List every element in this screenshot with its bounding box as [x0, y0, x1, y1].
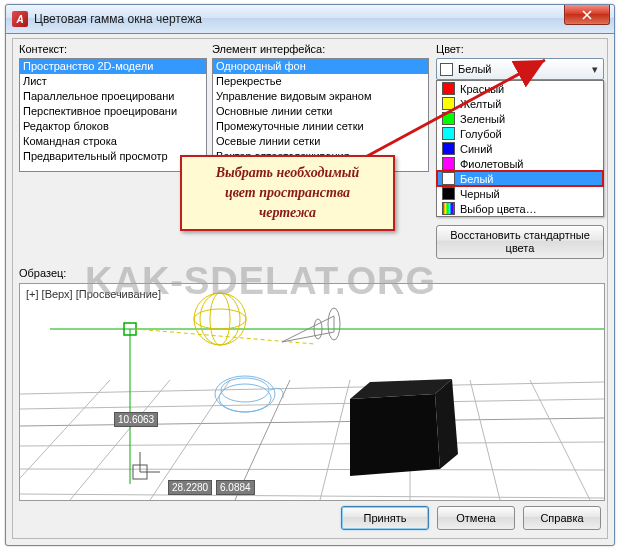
svg-line-3	[20, 442, 604, 446]
element-label: Элемент интерфейса:	[212, 43, 325, 55]
preview-area: [+] [Верх] [Просвечивание] 10.6063 28.22…	[19, 283, 605, 501]
app-icon: A	[12, 11, 28, 27]
color-option[interactable]: Выбор цвета…	[437, 201, 603, 216]
color-option[interactable]: Красный	[437, 81, 603, 96]
svg-point-21	[200, 293, 240, 345]
svg-line-13	[530, 380, 590, 500]
ok-button[interactable]: Принять	[341, 506, 429, 530]
color-option-label: Черный	[460, 188, 500, 200]
element-item[interactable]: Осевые линии сетки	[213, 134, 428, 149]
measurement-3: 6.0884	[216, 480, 255, 495]
color-swatch-icon	[442, 82, 455, 95]
color-option-label: Синий	[460, 143, 492, 155]
color-combobox[interactable]: Белый ▾	[436, 58, 604, 80]
color-swatch-icon	[442, 187, 455, 200]
color-option-label: Фиолетовый	[460, 158, 523, 170]
solid-cube	[350, 379, 458, 476]
chevron-down-icon: ▾	[587, 63, 603, 76]
color-option[interactable]: Синий	[437, 141, 603, 156]
svg-line-4	[20, 469, 604, 470]
color-option[interactable]: Голубой	[437, 126, 603, 141]
context-item[interactable]: Параллельное проецировани	[20, 89, 206, 104]
element-item[interactable]: Промежуточные линии сетки	[213, 119, 428, 134]
color-option-label: Зеленый	[460, 113, 505, 125]
color-swatch-icon	[442, 97, 455, 110]
wire-cone	[282, 308, 340, 342]
svg-line-5	[20, 494, 604, 498]
element-item[interactable]: Основные линии сетки	[213, 104, 428, 119]
color-option-label: Выбор цвета…	[460, 203, 537, 215]
color-swatch-icon	[440, 63, 453, 76]
color-option[interactable]: Желтый	[437, 96, 603, 111]
svg-point-20	[210, 293, 230, 345]
context-item[interactable]: Пространство 2D-модели	[20, 59, 206, 74]
color-swatch-icon	[442, 127, 455, 140]
element-item[interactable]: Однородный фон	[213, 59, 428, 74]
wire-teapot	[215, 376, 283, 412]
close-button[interactable]	[564, 5, 610, 25]
color-option-label: Красный	[460, 83, 504, 95]
element-item[interactable]: Перекрестье	[213, 74, 428, 89]
preview-canvas	[20, 284, 604, 500]
context-item[interactable]: Командная строка	[20, 134, 206, 149]
svg-point-18	[194, 293, 246, 345]
color-option-label: Голубой	[460, 128, 502, 140]
wire-sphere	[194, 293, 246, 345]
element-item[interactable]: Управление видовым экраном	[213, 89, 428, 104]
color-swatch-icon	[442, 112, 455, 125]
dialog-window: A Цветовая гамма окна чертежа Контекст: …	[5, 4, 615, 546]
context-item[interactable]: Перспективное проецировани	[20, 104, 206, 119]
svg-line-0	[20, 382, 604, 394]
color-option[interactable]: Черный	[437, 186, 603, 201]
color-swatch-icon	[442, 172, 455, 185]
sample-label: Образец:	[19, 267, 66, 279]
measurement-1: 10.6063	[114, 412, 158, 427]
color-option-label: Белый	[460, 173, 493, 185]
close-icon	[582, 10, 592, 20]
color-option-label: Желтый	[460, 98, 501, 110]
color-swatch-icon	[442, 142, 455, 155]
title-bar[interactable]: A Цветовая гамма окна чертежа	[6, 5, 614, 34]
context-item[interactable]: Лист	[20, 74, 206, 89]
svg-line-2	[20, 418, 604, 426]
color-option[interactable]: Белый	[437, 171, 603, 186]
cancel-button[interactable]: Отмена	[437, 506, 515, 530]
color-option[interactable]: Фиолетовый	[437, 156, 603, 171]
restore-defaults-button[interactable]: Восстановить стандартные цвета	[436, 225, 604, 259]
color-swatch-icon	[442, 157, 455, 170]
ucs-icon	[133, 452, 160, 479]
svg-line-7	[70, 380, 170, 500]
svg-line-10	[320, 380, 350, 500]
color-option[interactable]: Зеленый	[437, 111, 603, 126]
context-item[interactable]: Предварительный просмотр	[20, 149, 206, 164]
context-item[interactable]: Редактор блоков	[20, 119, 206, 134]
svg-marker-27	[350, 394, 440, 476]
svg-line-12	[470, 380, 500, 500]
help-button[interactable]: Справка	[523, 506, 601, 530]
color-combo-text: Белый	[458, 63, 587, 75]
svg-point-19	[194, 309, 246, 329]
context-label: Контекст:	[19, 43, 67, 55]
color-swatch-icon	[442, 202, 455, 215]
context-listbox[interactable]: Пространство 2D-моделиЛистПараллельное п…	[19, 58, 207, 172]
color-dropdown[interactable]: КрасныйЖелтыйЗеленыйГолубойСинийФиолетов…	[436, 80, 604, 217]
window-title: Цветовая гамма окна чертежа	[34, 12, 202, 26]
measurement-2: 28.2280	[168, 480, 212, 495]
svg-line-6	[20, 380, 110, 500]
color-label: Цвет:	[436, 43, 464, 55]
annotation-callout: Выбрать необходимый цвет пространства че…	[180, 155, 395, 231]
viewport-label: [+] [Верх] [Просвечивание]	[26, 288, 161, 300]
svg-line-1	[20, 399, 604, 409]
grid-lines	[20, 380, 604, 500]
client-area: Контекст: Пространство 2D-моделиЛистПара…	[12, 38, 608, 539]
